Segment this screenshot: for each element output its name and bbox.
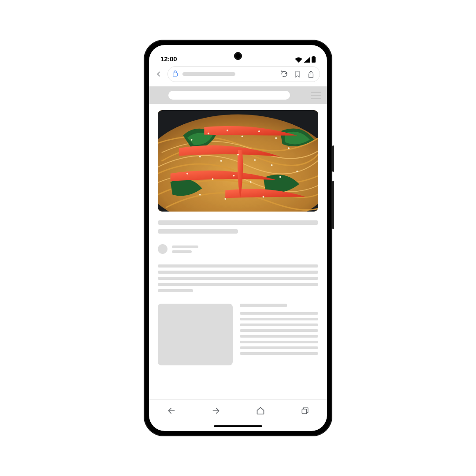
svg-point-24 bbox=[224, 198, 226, 200]
card-text-placeholder bbox=[240, 304, 318, 365]
svg-point-8 bbox=[242, 136, 243, 138]
svg-rect-2 bbox=[173, 73, 178, 76]
share-icon[interactable] bbox=[306, 70, 315, 78]
back-button[interactable] bbox=[153, 69, 164, 79]
nav-back-button[interactable] bbox=[167, 406, 176, 416]
svg-point-15 bbox=[254, 159, 256, 161]
gesture-bar[interactable] bbox=[149, 421, 327, 431]
svg-point-10 bbox=[275, 137, 277, 139]
battery-icon bbox=[312, 56, 316, 63]
hero-image[interactable] bbox=[158, 110, 318, 212]
author-placeholder bbox=[172, 245, 198, 248]
screen: 12:00 bbox=[149, 45, 327, 431]
site-header bbox=[149, 86, 327, 104]
svg-point-17 bbox=[186, 173, 188, 175]
svg-point-14 bbox=[237, 154, 239, 156]
svg-point-19 bbox=[233, 175, 235, 177]
related-card[interactable] bbox=[158, 304, 318, 365]
clock: 12:00 bbox=[160, 55, 177, 63]
svg-point-16 bbox=[271, 164, 273, 166]
svg-point-22 bbox=[296, 171, 298, 172]
bottom-nav bbox=[149, 399, 327, 421]
url-placeholder bbox=[182, 72, 235, 76]
svg-point-21 bbox=[279, 176, 281, 178]
bookmark-icon[interactable] bbox=[293, 70, 302, 78]
reload-icon[interactable] bbox=[280, 70, 289, 78]
svg-point-11 bbox=[288, 147, 290, 149]
cellular-icon bbox=[304, 57, 310, 63]
phone-frame: 12:00 bbox=[144, 40, 332, 436]
svg-point-9 bbox=[258, 130, 260, 132]
svg-point-5 bbox=[191, 139, 193, 141]
paragraph-placeholder bbox=[158, 264, 318, 292]
svg-rect-28 bbox=[302, 409, 307, 414]
wifi-icon bbox=[295, 57, 302, 63]
front-camera bbox=[234, 52, 242, 60]
svg-point-13 bbox=[220, 160, 222, 162]
site-search-placeholder[interactable] bbox=[168, 91, 290, 100]
svg-point-18 bbox=[212, 178, 214, 180]
nav-forward-button[interactable] bbox=[211, 406, 221, 416]
article bbox=[149, 104, 327, 399]
svg-rect-1 bbox=[312, 56, 315, 57]
svg-point-23 bbox=[199, 194, 201, 196]
svg-point-7 bbox=[227, 130, 228, 131]
svg-point-25 bbox=[263, 196, 264, 198]
nav-tabs-button[interactable] bbox=[300, 406, 310, 416]
byline bbox=[158, 244, 318, 254]
avatar bbox=[158, 244, 167, 254]
svg-point-20 bbox=[250, 181, 252, 183]
svg-point-6 bbox=[208, 133, 209, 134]
lock-icon bbox=[172, 70, 178, 78]
date-placeholder bbox=[172, 250, 192, 253]
page-content[interactable] bbox=[149, 86, 327, 399]
card-image-placeholder bbox=[158, 304, 233, 365]
volume-button bbox=[332, 145, 334, 172]
svg-point-12 bbox=[199, 156, 201, 158]
browser-toolbar bbox=[149, 63, 327, 86]
nav-home-button[interactable] bbox=[256, 406, 265, 416]
hamburger-icon[interactable] bbox=[311, 92, 321, 99]
svg-rect-0 bbox=[312, 57, 316, 63]
power-button bbox=[332, 181, 334, 229]
article-title-placeholder bbox=[158, 220, 318, 234]
address-bar[interactable] bbox=[167, 66, 320, 82]
